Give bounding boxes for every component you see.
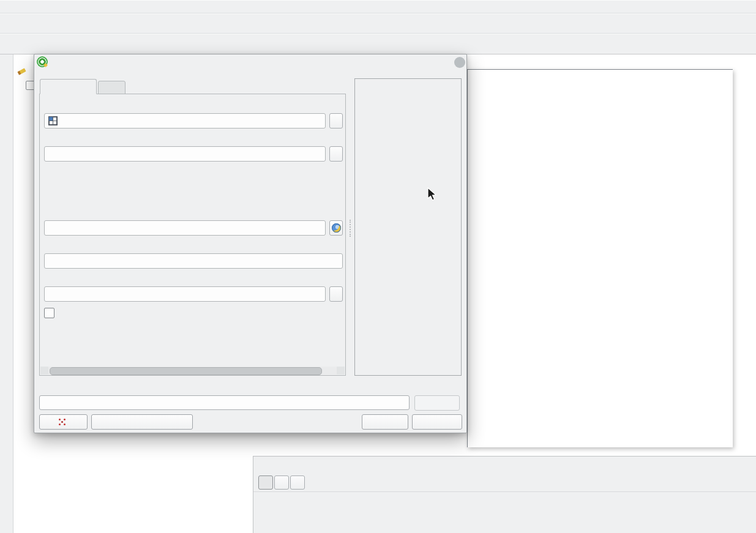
export-mesh-vertices-dialog bbox=[34, 54, 467, 433]
qgis-logo-icon bbox=[37, 56, 48, 67]
scrollbar-track[interactable] bbox=[48, 367, 337, 375]
scroll-left-arrow-icon[interactable] bbox=[40, 367, 48, 375]
scrollbar-thumb[interactable] bbox=[50, 367, 322, 375]
dataset-groups-browse-button[interactable] bbox=[329, 146, 343, 162]
close-dialog-button[interactable] bbox=[412, 414, 462, 430]
temporal-fixed-range-button[interactable] bbox=[274, 475, 289, 490]
export-vector-option-combo[interactable] bbox=[44, 253, 343, 269]
globe-crs-icon bbox=[332, 223, 341, 233]
output-vector-layer-browse-button[interactable] bbox=[329, 286, 343, 302]
temporal-controller-panel bbox=[253, 456, 756, 533]
parameters-form bbox=[39, 94, 346, 376]
main-toolbars bbox=[0, 0, 756, 54]
toolbar-row-layers-editing bbox=[0, 13, 756, 34]
select-crs-button[interactable] bbox=[329, 220, 343, 236]
temporal-navigation-off-button[interactable] bbox=[258, 475, 273, 490]
tab-log[interactable] bbox=[98, 81, 125, 94]
temporal-animated-button[interactable] bbox=[290, 475, 305, 490]
style-brush-icon[interactable] bbox=[17, 68, 26, 75]
close-button[interactable] bbox=[454, 57, 465, 68]
shade-button[interactable] bbox=[424, 57, 435, 68]
splitter-grip[interactable] bbox=[350, 220, 351, 237]
dialog-titlebar[interactable] bbox=[34, 54, 466, 70]
data-source-toolbar bbox=[0, 54, 13, 533]
cancel-button[interactable] bbox=[414, 395, 460, 411]
output-vector-layer-input[interactable] bbox=[44, 286, 326, 302]
input-mesh-layer-browse-button[interactable] bbox=[329, 113, 343, 129]
horizontal-scrollbar[interactable] bbox=[40, 367, 345, 375]
mouse-cursor bbox=[427, 187, 438, 202]
toolbar-row-project-navigation bbox=[0, 0, 756, 13]
progress-bar bbox=[39, 395, 410, 410]
toolbar-row-digitizing-snapping bbox=[0, 34, 756, 54]
temporal-separator bbox=[253, 491, 756, 492]
unshade-button[interactable] bbox=[440, 57, 451, 68]
mesh-layer-icon bbox=[48, 116, 58, 125]
run-button[interactable] bbox=[362, 414, 408, 430]
qgis-window bbox=[0, 0, 756, 533]
open-output-row bbox=[44, 308, 58, 318]
dataset-groups-input[interactable] bbox=[44, 146, 326, 162]
open-output-checkbox[interactable] bbox=[44, 308, 54, 318]
tab-parameters[interactable] bbox=[40, 79, 97, 94]
help-api-icon bbox=[59, 419, 65, 425]
scroll-right-arrow-icon[interactable] bbox=[337, 367, 345, 375]
help-button[interactable] bbox=[39, 414, 88, 430]
input-mesh-layer-combo[interactable] bbox=[44, 113, 326, 129]
help-panel bbox=[354, 78, 462, 376]
output-crs-combo[interactable] bbox=[44, 220, 326, 236]
run-as-batch-button[interactable] bbox=[91, 414, 193, 430]
mesh-layer[interactable] bbox=[467, 69, 733, 447]
